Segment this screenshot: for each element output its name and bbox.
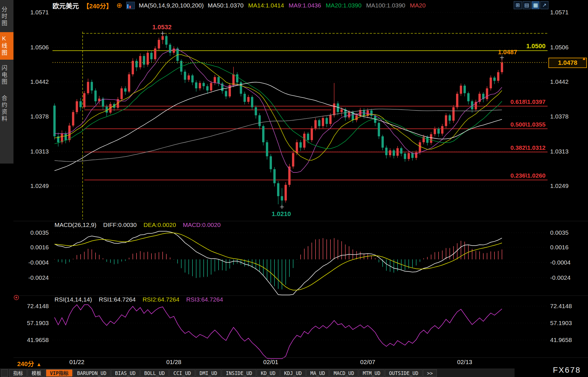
price-axis-label: 1.0571	[550, 9, 585, 16]
x-axis-label: 01/22	[63, 359, 91, 366]
toolbar-tab-cci[interactable]: CCI_UD	[169, 369, 195, 377]
symbol-title: 欧元美元	[52, 1, 79, 10]
price-axis-label: 1.0378	[25, 113, 49, 120]
rsi-axis-label: 72.4148	[25, 302, 49, 310]
macd-axis-label: -0.0004	[25, 259, 49, 266]
macd-axis-label: 0.0016	[550, 244, 585, 251]
macd-value: MACD:0.0020	[183, 221, 221, 228]
toolbar-tab-bias[interactable]: BIAS_UD	[111, 369, 140, 377]
rsi2-value: RSI2:64.7264	[143, 296, 179, 303]
rsi1-value: RSI1:64.7264	[99, 296, 136, 303]
chart-canvas[interactable]	[0, 0, 588, 377]
toolbar-handle[interactable]	[1, 369, 8, 377]
ma-legend-item: MA50:1.0370	[208, 2, 244, 9]
sidebar-item-lightning-chart[interactable]: 闪电图	[0, 61, 13, 89]
price-axis-label: 1.0249	[550, 182, 585, 190]
toolbar-tab-ma[interactable]: MA_UD	[306, 369, 329, 377]
brand-watermark: FX678	[553, 366, 581, 375]
ma-params-label: MA(50,14,9,20,100,200)	[139, 2, 204, 9]
toolbar-tab-templates[interactable]: 模板	[28, 369, 45, 377]
price-axis-label: 1.0313	[25, 148, 49, 155]
price-axis-label: 1.0249	[25, 182, 49, 190]
ma-legend-item: MA100:1.0390	[366, 2, 405, 9]
price-axis-label: 1.0442	[25, 78, 49, 85]
chart-header: 欧元美元 【240分】 ⊕ MA(50,14,9,20,100,200) MA5…	[52, 1, 430, 10]
rsi-axis-label: 41.9658	[550, 336, 585, 344]
layout-grid-icon[interactable]: ⊞	[514, 1, 522, 9]
toolbar-tab-outside[interactable]: OUTSIDE_UD	[385, 369, 422, 377]
macd-axis-label: -0.0024	[550, 274, 585, 281]
bottom-toolbar: 指标模板VIP指标BARUPDN_UDBIAS_UDBOLL_UDCCI_UDD…	[0, 369, 515, 377]
rsi-axis-label: 57.1903	[550, 319, 585, 327]
ma-legend-item: MA20:1.0390	[326, 2, 361, 9]
toolbar-tab-inside[interactable]: INSIDE_UD	[222, 369, 256, 377]
macd-axis-label: -0.0004	[550, 259, 585, 266]
toolbar-tab-kdj[interactable]: KDJ_UD	[280, 369, 306, 377]
layout-active-icon[interactable]: ▦	[531, 1, 540, 9]
fib-level-label: 0.618\1.0397	[510, 98, 546, 105]
sidebar-item-kline-chart[interactable]: K线图	[0, 32, 13, 60]
resistance-price-label: 1.0500	[526, 42, 546, 50]
layout-toolbar: ⊞▤▦↗	[514, 1, 548, 9]
ma-legend-item: MA14:1.0414	[248, 2, 284, 9]
period-label[interactable]: 【240分】	[83, 1, 112, 10]
ma-legend: MA50:1.0370MA14:1.0414MA9:1.0436MA20:1.0…	[208, 2, 430, 9]
sidebar-item-timeshare-chart[interactable]: 分时图	[0, 3, 13, 30]
macd-dea-value: DEA:0.0020	[143, 221, 176, 228]
kline-type-icon[interactable]	[126, 2, 135, 9]
macd-header[interactable]: MACD(26,12,9) DIFF:0.0030 DEA:0.0020 MAC…	[54, 221, 226, 228]
add-indicator-icon[interactable]: ⊕	[116, 1, 122, 9]
macd-axis-label: 0.0035	[550, 229, 585, 236]
sidebar-item-contract-info[interactable]: 合约资料	[0, 91, 13, 127]
toolbar-tab-more[interactable]: >>	[423, 369, 437, 377]
rsi-axis-label: 72.4148	[550, 302, 585, 310]
x-axis-label: 02/13	[450, 359, 479, 366]
toolbar-tab-macd[interactable]: MACD_UD	[330, 369, 358, 377]
layout-next-icon[interactable]: ↗	[540, 1, 548, 9]
layout-rows-icon[interactable]: ▤	[523, 1, 531, 9]
toolbar-tab-indicators[interactable]: 指标	[9, 369, 27, 377]
price-axis-label: 1.0571	[25, 9, 49, 16]
price-axis-label: 1.0506	[550, 44, 585, 51]
rsi-axis-label: 57.1903	[25, 319, 49, 327]
fib-level-label: 0.382\1.0312	[510, 144, 546, 151]
rsi-header[interactable]: RSI(14,14,14) RSI1:64.7264 RSI2:64.7264 …	[54, 296, 228, 303]
toolbar-tab-vip-indicators[interactable]: VIP指标	[46, 369, 73, 377]
toolbar-tab-kd[interactable]: KD_UD	[257, 369, 279, 377]
peak-price-label: 1.0532	[152, 24, 172, 31]
x-axis-label: 02/01	[256, 359, 285, 366]
current-price-box: 1.0478	[548, 58, 587, 68]
price-axis-label: 1.0506	[25, 44, 49, 51]
timeframe-label[interactable]: 240分▲	[17, 359, 42, 368]
macd-axis-label: 0.0016	[25, 244, 49, 251]
ma-legend-item: MA9:1.0436	[289, 2, 321, 9]
rsi-title: RSI(14,14,14)	[54, 296, 92, 303]
macd-title: MACD(26,12,9)	[54, 221, 96, 228]
fib-level-label: 0.500\1.0355	[510, 121, 546, 128]
x-axis-label: 02/07	[353, 359, 382, 366]
macd-diff-value: DIFF:0.0030	[103, 221, 137, 228]
recent-high-label: 1.0487	[498, 48, 517, 56]
toolbar-tab-mtm[interactable]: MTM_UD	[359, 369, 384, 377]
macd-axis-label: -0.0024	[25, 274, 49, 281]
toolbar-tab-barupdn[interactable]: BARUPDN_UD	[73, 369, 110, 377]
price-axis-label: 1.0378	[550, 113, 585, 120]
rsi3-value: RSI3:64.7264	[186, 296, 223, 303]
price-up-arrow-icon: ▲	[582, 56, 586, 61]
macd-axis-label: 0.0035	[25, 229, 49, 236]
crosshair-target-icon[interactable]	[14, 295, 19, 300]
toolbar-tab-dmi[interactable]: DMI_UD	[196, 369, 221, 377]
price-axis-label: 1.0313	[550, 148, 585, 155]
ma-legend-item: MA20	[410, 2, 426, 9]
trading-terminal: 分时图 K线图 闪电图 合约资料 欧元美元 【240分】 ⊕ MA(50,14,…	[0, 0, 588, 377]
timeframe-up-icon: ▲	[36, 362, 42, 367]
x-axis-label: 01/28	[159, 359, 188, 366]
sidebar: 分时图 K线图 闪电图 合约资料	[0, 0, 13, 164]
price-axis-label: 1.0442	[550, 78, 585, 85]
swing-low-label: 1.0210	[272, 210, 291, 218]
toolbar-tab-boll[interactable]: BOLL_UD	[140, 369, 169, 377]
rsi-axis-label: 41.9658	[25, 336, 49, 344]
fib-level-label: 0.236\1.0260	[510, 172, 546, 179]
